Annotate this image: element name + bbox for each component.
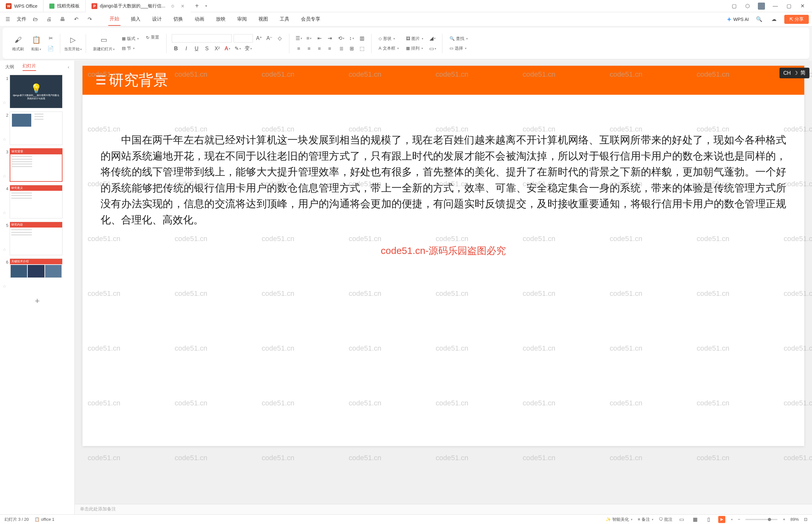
star-icon[interactable]: ☆: [3, 118, 9, 142]
strikethrough-icon[interactable]: S: [203, 45, 211, 53]
reading-view-icon[interactable]: ▯: [705, 515, 713, 524]
avatar-icon[interactable]: [758, 3, 765, 10]
tab-slideshow[interactable]: 放映: [215, 13, 227, 26]
tab-dropdown-icon[interactable]: ⊙: [171, 4, 174, 9]
app-tab-document[interactable]: P django基于大数据的___银行信... ⊙ ✕: [86, 0, 190, 12]
paste-button[interactable]: 📋 粘贴▾: [29, 33, 43, 53]
canvas-scroll[interactable]: ☰ 研究背景 中国在两千年左右就已经对计算机这一块发展到相当的规模了，现在老百姓…: [75, 61, 812, 504]
arrange-button[interactable]: ▦排列▾: [404, 45, 425, 52]
fill-color-icon[interactable]: ◢▾: [429, 34, 437, 43]
copy-icon[interactable]: 📄: [46, 45, 55, 53]
undo-icon[interactable]: ↶: [71, 15, 81, 24]
slide-canvas[interactable]: ☰ 研究背景 中国在两千年左右就已经对计算机这一块发展到相当的规模了，现在老百姓…: [82, 66, 804, 446]
select-button[interactable]: ▭选择▾: [448, 45, 470, 52]
tab-menu-dropdown[interactable]: ▾: [205, 4, 207, 8]
cloud-icon[interactable]: ☁: [769, 15, 778, 24]
shape-button[interactable]: ◇形状▾: [377, 35, 401, 43]
increase-indent-icon[interactable]: ⇥: [326, 34, 334, 43]
zoom-in-icon[interactable]: +: [783, 517, 785, 522]
tab-view[interactable]: 视图: [257, 13, 269, 26]
find-button[interactable]: 🔍查找▾: [448, 35, 470, 43]
beautify-button[interactable]: ✨智能美化▾: [606, 517, 632, 522]
slideshow-button[interactable]: ▶: [718, 516, 725, 523]
window-layout-icon[interactable]: ▢: [731, 3, 737, 9]
align-justify-icon[interactable]: ≡: [326, 45, 334, 53]
zoom-percent[interactable]: 89%: [791, 517, 799, 522]
sorter-view-icon[interactable]: ▦: [691, 515, 699, 524]
office-indicator[interactable]: 📋office 1: [34, 517, 54, 522]
tab-member[interactable]: 会员专享: [300, 13, 321, 26]
highlight-icon[interactable]: ✎▾: [234, 45, 242, 53]
superscript-icon[interactable]: X²: [213, 45, 221, 53]
tab-review[interactable]: 审阅: [236, 13, 248, 26]
thumbnail-4[interactable]: 研究意义 ━━━━━━━━━━━━━━━━━━━━━━━━━━━━━━━━━━━…: [10, 185, 63, 218]
textbox-button[interactable]: A文本框▾: [377, 45, 401, 52]
reset-button[interactable]: ↻重置: [144, 33, 161, 41]
star-icon[interactable]: ☆: [3, 228, 9, 252]
bullets-icon[interactable]: ☰▾: [295, 34, 303, 43]
tab-add-button[interactable]: +: [190, 2, 203, 10]
comments-toggle[interactable]: 🗨批注: [659, 517, 673, 522]
underline-icon[interactable]: U: [192, 45, 201, 53]
app-tab-template[interactable]: 找稻壳模板: [44, 0, 86, 12]
font-family-select[interactable]: [172, 34, 232, 43]
star-icon[interactable]: ☆: [3, 191, 9, 215]
columns-icon[interactable]: ▥: [358, 34, 366, 43]
italic-icon[interactable]: I: [182, 45, 190, 53]
cube-icon[interactable]: ⬡: [744, 3, 751, 9]
save-icon[interactable]: 🖨: [45, 15, 53, 24]
close-icon[interactable]: ✕: [799, 3, 806, 9]
star-icon[interactable]: ☆: [3, 265, 9, 289]
tab-animation[interactable]: 动画: [193, 13, 205, 26]
align-distribute-icon[interactable]: ≣: [337, 45, 345, 53]
tab-close-icon[interactable]: ✕: [181, 3, 185, 9]
outline-tab[interactable]: 大纲: [5, 64, 14, 70]
app-tab-wps[interactable]: W WPS Office: [0, 0, 44, 12]
align-center-icon[interactable]: ≡: [305, 45, 313, 53]
slide-body[interactable]: 中国在两千年左右就已经对计算机这一块发展到相当的规模了，现在老百姓们越来越离不开…: [82, 95, 804, 241]
normal-view-icon[interactable]: ▭: [678, 515, 686, 524]
zoom-handle[interactable]: [768, 518, 771, 521]
clear-format-icon[interactable]: ◇: [276, 34, 284, 43]
thumbnail-1[interactable]: 💡 django基于大数据的___银行信用卡用户的数仓系统的设计与实现: [10, 75, 63, 108]
zoom-slider[interactable]: [745, 519, 778, 520]
from-current-button[interactable]: ▷ 当页开始▾: [62, 33, 84, 53]
redo-icon[interactable]: ↷: [85, 15, 94, 24]
slides-tab[interactable]: 幻灯片: [22, 63, 36, 71]
collapse-panel-icon[interactable]: ‹: [68, 64, 69, 70]
file-menu[interactable]: 文件: [17, 16, 27, 22]
text-align-icon[interactable]: ⬚: [358, 45, 366, 53]
section-button[interactable]: ▤节▾: [120, 45, 141, 52]
font-size-select[interactable]: [234, 34, 253, 43]
zoom-out-icon[interactable]: −: [738, 517, 741, 522]
spacing-icon[interactable]: ⊞: [347, 45, 356, 53]
format-brush-button[interactable]: 🖌 格式刷: [10, 33, 26, 53]
open-icon[interactable]: 🗁: [31, 15, 40, 24]
thumbnail-6[interactable]: 关键技术介绍: [10, 259, 63, 278]
layout-button[interactable]: ▦版式▾: [120, 35, 141, 43]
tab-insert[interactable]: 插入: [130, 13, 142, 26]
slideshow-dropdown[interactable]: ▾: [731, 518, 733, 521]
align-left-icon[interactable]: ≡: [295, 45, 303, 53]
thumbnail-2[interactable]: ━━━━━━━━━━━━━━━━━━━━━ 摘 要: [10, 112, 63, 145]
share-button[interactable]: ⇱ 分享: [784, 15, 809, 24]
text-effect-icon[interactable]: 变▾: [244, 45, 252, 53]
tab-transition[interactable]: 切换: [172, 13, 184, 26]
decrease-font-icon[interactable]: A⁻: [265, 34, 274, 43]
increase-font-icon[interactable]: A⁺: [255, 34, 263, 43]
maximize-icon[interactable]: ▢: [785, 3, 792, 9]
outline-icon[interactable]: ▭▾: [429, 45, 437, 53]
font-color-icon[interactable]: A▾: [223, 45, 232, 53]
minimize-icon[interactable]: —: [772, 3, 778, 9]
slide-title[interactable]: 研究背景: [109, 70, 168, 90]
star-icon[interactable]: ☆: [3, 154, 9, 179]
decrease-indent-icon[interactable]: ⇤: [315, 34, 324, 43]
thumbnail-3[interactable]: 研究背景 ━━━━━━━━━━━━━━━━━━━━━━━━━━━━━━━━━━━…: [10, 148, 63, 182]
hamburger-icon[interactable]: ☰: [3, 15, 12, 24]
slide-text-content[interactable]: 中国在两千年左右就已经对计算机这一块发展到相当的规模了，现在老百姓们越来越离不开…: [101, 132, 786, 228]
numbering-icon[interactable]: ≡▾: [305, 34, 313, 43]
star-icon[interactable]: ☆: [3, 81, 9, 105]
search-icon[interactable]: 🔍: [755, 15, 764, 24]
new-slide-button[interactable]: ▭ 新建幻灯片▾: [91, 33, 117, 53]
image-button[interactable]: 🖼图片▾: [404, 35, 425, 43]
